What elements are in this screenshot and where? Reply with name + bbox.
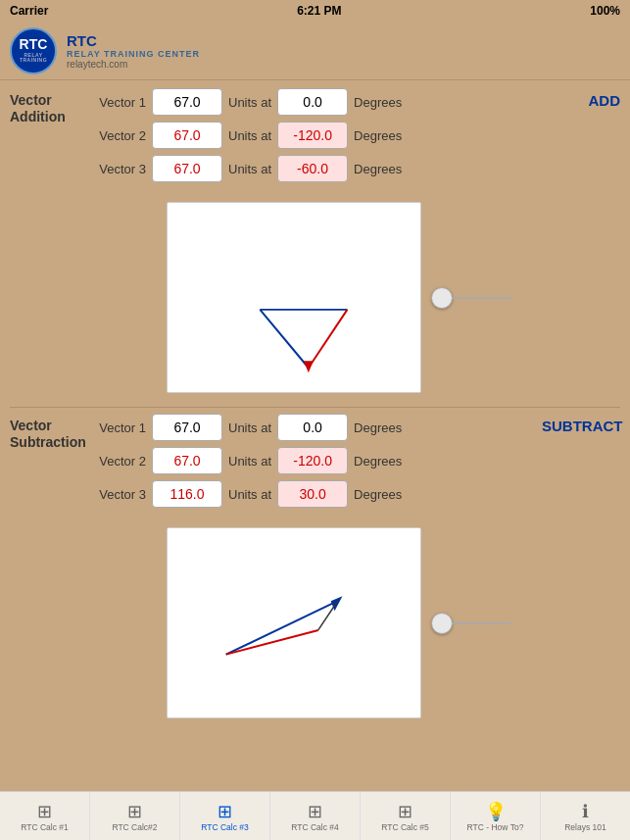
tab-label-1: RTC Calc #1 — [21, 822, 69, 832]
subtraction-v1-label: Vector 1 — [88, 420, 152, 435]
header: RTC RELAY TRAINING RTC RELAY TRAINING CE… — [0, 22, 630, 80]
tab-label-4: RTC Calc #4 — [291, 822, 339, 832]
addition-v3-units: Units at — [228, 162, 271, 176]
addition-v2-degrees: Degrees — [354, 128, 402, 143]
add-button[interactable]: ADD — [589, 92, 621, 109]
subtraction-v1-angle[interactable]: 0.0 — [277, 414, 348, 441]
subtraction-v2-degrees: Degrees — [354, 454, 402, 469]
subtraction-canvas-row — [10, 519, 620, 726]
subtraction-v3-units: Units at — [228, 487, 271, 502]
subtraction-diagram — [168, 528, 420, 717]
tab-label-2: RTC Calc#2 — [112, 822, 157, 832]
addition-canvas-row — [10, 194, 620, 401]
vector-subtraction-section: VectorSubtraction Vector 1 67.0 Units at… — [10, 414, 620, 726]
time-label: 6:21 PM — [297, 4, 341, 18]
subtraction-vector2-row: Vector 2 67.0 Units at -120.0 Degrees — [88, 447, 542, 474]
tab-rtc-calc-2[interactable]: ⊞ RTC Calc#2 — [90, 792, 180, 840]
tab-icon-1: ⊞ — [37, 803, 52, 820]
tab-icon-howto: 💡 — [485, 803, 507, 820]
svg-line-2 — [260, 310, 308, 368]
subtraction-vector1-row: Vector 1 67.0 Units at 0.0 Degrees — [88, 414, 542, 441]
status-bar: Carrier 6:21 PM 100% — [0, 0, 630, 22]
addition-vector1-row: Vector 1 67.0 Units at 0.0 Degrees — [88, 88, 571, 116]
tab-label-howto: RTC - How To? — [467, 822, 524, 832]
subtraction-v1-units: Units at — [228, 420, 271, 435]
subtraction-canvas — [167, 527, 421, 718]
vector-subtraction-title: VectorSubtraction — [10, 418, 88, 451]
subtraction-v2-label: Vector 2 — [88, 454, 152, 469]
logo-rtc: RTC — [12, 37, 55, 52]
subtraction-vector3-row: Vector 3 116.0 Units at 30.0 Degrees — [88, 480, 542, 508]
vector-addition-title: VectorAddition — [10, 92, 88, 125]
subtraction-slider-thumb[interactable] — [431, 613, 453, 634]
addition-v3-value[interactable]: 67.0 — [152, 155, 222, 182]
addition-vector3-row: Vector 3 67.0 Units at -60.0 Degrees — [88, 155, 571, 182]
addition-v2-label: Vector 2 — [88, 128, 152, 143]
addition-canvas — [167, 202, 421, 393]
addition-v1-label: Vector 1 — [88, 95, 152, 110]
tab-relays-101[interactable]: ℹ Relays 101 — [541, 792, 630, 840]
subtract-button[interactable]: SUBTRACT — [542, 418, 623, 434]
header-url: relaytech.com — [67, 59, 200, 70]
tab-rtc-calc-4[interactable]: ⊞ RTC Calc #4 — [270, 792, 361, 840]
tab-label-5: RTC Calc #5 — [381, 822, 429, 832]
subtraction-v3-angle[interactable]: 30.0 — [277, 480, 348, 508]
svg-line-1 — [309, 310, 348, 368]
addition-v1-angle[interactable]: 0.0 — [277, 88, 348, 116]
subtraction-v3-label: Vector 3 — [88, 487, 152, 502]
svg-marker-3 — [304, 361, 314, 372]
logo: RTC RELAY TRAINING — [10, 27, 57, 74]
tab-icon-2: ⊞ — [127, 803, 142, 820]
subtraction-v3-degrees: Degrees — [354, 487, 402, 502]
tab-label-relays: Relays 101 — [564, 822, 606, 832]
addition-v3-label: Vector 3 — [88, 162, 152, 176]
addition-slider-track[interactable] — [453, 297, 511, 299]
addition-vector2-row: Vector 2 67.0 Units at -120.0 Degrees — [88, 122, 571, 149]
svg-line-4 — [226, 601, 338, 654]
header-subtitle: RELAY TRAINING CENTER — [67, 49, 200, 59]
tab-icon-relays: ℹ — [582, 803, 589, 820]
addition-v3-angle[interactable]: -60.0 — [277, 155, 348, 182]
logo-subtitle: RELAY TRAINING — [12, 53, 55, 64]
battery-label: 100% — [590, 4, 620, 18]
tab-icon-3: ⊞ — [218, 803, 232, 820]
carrier-label: Carrier — [10, 4, 48, 18]
tab-how-to[interactable]: 💡 RTC - How To? — [451, 792, 541, 840]
section-divider — [10, 407, 620, 408]
subtraction-slider-track[interactable] — [453, 622, 511, 624]
addition-v3-degrees: Degrees — [354, 162, 402, 176]
subtraction-v2-units: Units at — [228, 454, 271, 469]
addition-v1-units: Units at — [228, 95, 271, 110]
subtraction-v2-value[interactable]: 67.0 — [152, 447, 222, 474]
addition-v1-value[interactable]: 67.0 — [152, 88, 222, 116]
subtraction-v2-angle[interactable]: -120.0 — [277, 447, 348, 474]
subtraction-v3-value[interactable]: 116.0 — [152, 480, 222, 508]
addition-v2-angle[interactable]: -120.0 — [277, 122, 348, 149]
tab-bar: ⊞ RTC Calc #1 ⊞ RTC Calc#2 ⊞ RTC Calc #3… — [0, 791, 630, 840]
vector-addition-section: VectorAddition Vector 1 67.0 Units at 0.… — [10, 88, 620, 401]
tab-rtc-calc-5[interactable]: ⊞ RTC Calc #5 — [361, 792, 451, 840]
addition-v2-units: Units at — [228, 128, 271, 143]
svg-line-6 — [226, 630, 318, 655]
tab-label-3: RTC Calc #3 — [201, 822, 249, 832]
header-title: RTC — [67, 32, 200, 49]
tab-rtc-calc-1[interactable]: ⊞ RTC Calc #1 — [0, 792, 90, 840]
main-content: VectorAddition Vector 1 67.0 Units at 0.… — [0, 80, 630, 791]
addition-v2-value[interactable]: 67.0 — [152, 122, 222, 149]
addition-v1-degrees: Degrees — [354, 95, 402, 110]
subtraction-v1-value[interactable]: 67.0 — [152, 414, 222, 441]
addition-diagram — [168, 203, 420, 392]
tab-icon-4: ⊞ — [308, 803, 322, 820]
addition-slider-thumb[interactable] — [431, 287, 453, 309]
tab-icon-5: ⊞ — [398, 803, 412, 820]
tab-rtc-calc-3[interactable]: ⊞ RTC Calc #3 — [180, 792, 270, 840]
subtraction-v1-degrees: Degrees — [354, 420, 402, 435]
header-text: RTC RELAY TRAINING CENTER relaytech.com — [67, 32, 200, 70]
